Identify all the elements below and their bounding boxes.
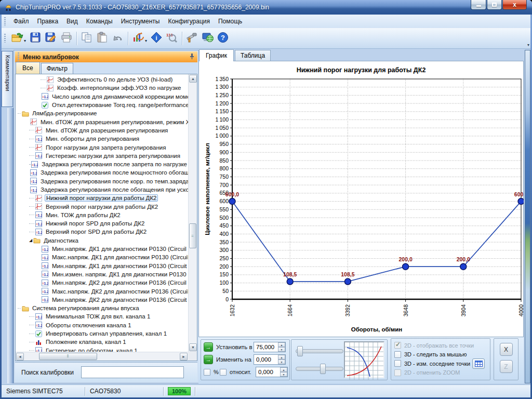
option-checkbox-2[interactable]	[394, 351, 401, 358]
drag-grip[interactable]	[4, 34, 6, 43]
search-input[interactable]	[81, 366, 184, 378]
tree-item[interactable]: =1.2Гистерезис по оборотам, канал 1	[16, 347, 188, 352]
menu-item-1[interactable]: Файл	[9, 15, 33, 28]
minimize-button[interactable]	[471, 0, 486, 10]
tree-item[interactable]: Эффективность 0 по дельте УОЗ (hi-load)	[16, 75, 188, 84]
info-button[interactable]: i	[149, 31, 164, 46]
undo-button[interactable]	[110, 31, 126, 46]
drag-grip[interactable]	[4, 17, 6, 26]
help-button[interactable]: ?	[216, 31, 231, 46]
scroll-left-icon[interactable]: ◄	[16, 353, 24, 361]
tree-item[interactable]: Инвертировать сигнал управления, канал 1	[16, 329, 188, 338]
tree-item[interactable]: =1.2Мин.напряж. ДК2 для диагностики P013…	[16, 278, 188, 287]
charts-button[interactable]	[130, 31, 146, 46]
menu-item-7[interactable]: Помощь	[214, 15, 246, 28]
scroll-up-icon[interactable]: ▲	[189, 75, 197, 83]
toolbar-overflow-icon[interactable]: ▾	[527, 43, 529, 48]
maximize-button[interactable]	[487, 0, 502, 10]
tree-item[interactable]: =1.2Минимальная ТОЖ для вкл. канала 1	[16, 312, 188, 321]
tree-item[interactable]: =1.2Мин.напряж. ДК2 для диагностики P013…	[16, 296, 188, 304]
spin-up-icon[interactable]: ▲	[280, 367, 287, 372]
scrollbar-thumb[interactable]: ≡	[189, 223, 196, 248]
tree-item[interactable]: Откл.детектирование Torq.req. range/perf…	[16, 101, 188, 109]
menu-item-6[interactable]: Конфигурация	[164, 15, 214, 28]
tree-item[interactable]: =1.2Задержка регулирования после мощност…	[16, 168, 188, 177]
scrollbar-thumb[interactable]: ⦀	[39, 353, 97, 360]
tab-Таблица[interactable]: Таблица	[235, 50, 271, 61]
spin-down-icon[interactable]: ▼	[278, 347, 285, 352]
spin-up-icon[interactable]: ▲	[278, 342, 285, 347]
slider-thumb[interactable]	[297, 346, 303, 356]
tree-item[interactable]: =1.2Мин. ТОЖ для работы ДК2	[16, 211, 188, 219]
zoom-percent-button[interactable]: 110	[164, 31, 180, 46]
relative-checkbox[interactable]	[220, 369, 227, 376]
tree-item[interactable]: Нижний порог нагрузки для работы ДК2	[16, 194, 188, 202]
dropdown-arrow-icon[interactable]: ▾	[24, 38, 26, 43]
option-checkbox-4[interactable]	[394, 369, 401, 376]
apply-change-button[interactable]: →	[204, 355, 213, 364]
vertical-scrollbar[interactable]: ▲ ≡ ▼	[188, 74, 197, 352]
pin-icon[interactable]	[189, 53, 194, 61]
slider-1[interactable]	[296, 349, 343, 353]
tree-item[interactable]: Порог нагрузки для запрета регулирования	[16, 143, 188, 151]
tree-item[interactable]: ◢Диагностика	[16, 236, 188, 245]
comments-side-tab[interactable]: Комментарии	[2, 51, 13, 107]
scroll-right-icon[interactable]: ►	[180, 353, 188, 361]
tools-button[interactable]	[184, 31, 200, 46]
tab-Фильтр[interactable]: Фильтр	[41, 63, 73, 74]
tree-item[interactable]: =1.2Мин.напряж. ДК1 для диагностики P013…	[16, 245, 188, 253]
tree-item[interactable]: =1.2Задержка регулирования после обогаще…	[16, 185, 188, 194]
apply-set-button[interactable]: →	[204, 342, 213, 352]
menu-item-4[interactable]: Команды	[82, 15, 117, 28]
tree-item[interactable]: =1.2Макс.напряж. ДК1 для диагностики P01…	[16, 253, 188, 261]
tree-item[interactable]: Положение клапана, канал 1	[16, 338, 188, 346]
paste-button[interactable]	[95, 31, 110, 46]
tree-item[interactable]: Лямбда-регулирование	[16, 109, 188, 117]
tree-item[interactable]: =1.2Число циклов для динамической коррек…	[16, 92, 188, 101]
dropdown-arrow-icon[interactable]: ▾	[145, 38, 147, 43]
horizontal-scrollbar[interactable]: ◄ ⦀ ►	[16, 352, 188, 361]
tree-item[interactable]: =1.2Обороты отключения канала 1	[16, 321, 188, 329]
spin-down-icon[interactable]: ▼	[280, 372, 287, 377]
slider-thumb[interactable]	[320, 364, 326, 374]
internet-button[interactable]	[200, 31, 216, 46]
chart-canvas[interactable]: 0501001502002503003504004505005506006507…	[203, 75, 524, 338]
tree-item[interactable]: =1.2Нижний порог SPD для работы ДК2	[16, 219, 188, 228]
spin-down-icon[interactable]: ▼	[278, 360, 285, 364]
close-button[interactable]: x	[502, 0, 527, 10]
save-button[interactable]	[28, 31, 43, 46]
tree-item[interactable]: Мин. dТОЖ для разрешения регулирования	[16, 126, 188, 135]
table-grid-button[interactable]	[472, 358, 485, 369]
save-as-button[interactable]	[43, 31, 59, 46]
menu-item-2[interactable]: Правка	[33, 15, 63, 28]
tree-item[interactable]: =1.2Гистерезис нагрузки для запрета регу…	[16, 152, 188, 160]
option-checkbox-1[interactable]: ✓	[394, 342, 401, 349]
percent-checkbox[interactable]	[204, 369, 210, 376]
open-file-button[interactable]	[9, 31, 25, 46]
tab-График[interactable]: График	[199, 49, 234, 61]
tree-item[interactable]: =1.2Задержка регулирования после запрета…	[16, 160, 188, 168]
tree-item[interactable]: Система регулирования длины впуска	[16, 304, 188, 312]
tree-item[interactable]: Верхний порог нагрузки для работы ДК2	[16, 202, 188, 210]
tree-item[interactable]: Коэфф. интерполяции эфф.УОЗ по нагрузке	[16, 84, 188, 92]
tree-item[interactable]: =1.2Задержка регулирования после корр. п…	[16, 177, 188, 185]
scroll-down-icon[interactable]: ▼	[189, 343, 197, 351]
tab-Все[interactable]: Все	[16, 62, 40, 74]
tree-item[interactable]: =1.2Макс.напряж. ДК2 для диагностики P01…	[16, 287, 188, 295]
print-button[interactable]	[59, 31, 74, 46]
expander-icon[interactable]: ◢	[29, 238, 32, 243]
drag-grip[interactable]	[18, 52, 19, 61]
tree-item[interactable]: =1.2Верхний порог SPD для работы ДК2	[16, 228, 188, 236]
tree-item[interactable]: Мин. dТОЖ для разрешения регулирования, …	[16, 117, 188, 126]
menu-item-5[interactable]: Инструменты	[117, 15, 164, 28]
option-checkbox-3[interactable]	[394, 360, 401, 367]
spin-up-icon[interactable]: ▲	[278, 355, 285, 360]
tree-item[interactable]: =1.2Мин.измен. напряж. ДК1 для диагности…	[16, 270, 188, 278]
slider-2[interactable]	[296, 367, 343, 371]
z-axis-button[interactable]: Z	[500, 360, 513, 373]
tree-item[interactable]: =1.2Мин.напряж. ДК1 для диагностики P013…	[16, 262, 188, 270]
copy-button[interactable]	[79, 31, 95, 46]
tree-item[interactable]: =1.2Мин. обороты для регулирования	[16, 135, 188, 143]
menu-item-3[interactable]: Вид	[62, 15, 82, 28]
x-axis-button[interactable]: X	[500, 343, 513, 356]
